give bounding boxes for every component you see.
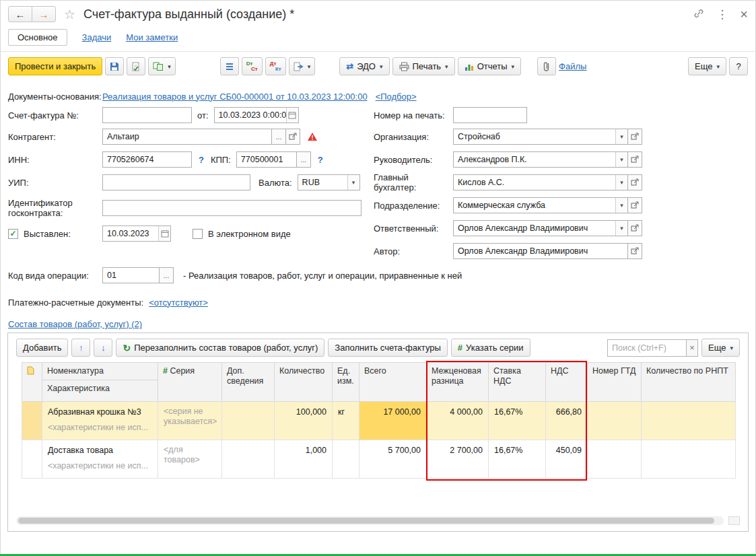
table-row[interactable]: Доставка товара <характеристики не исп..… [22, 440, 736, 479]
dr-cr-button[interactable]: DтCт [242, 57, 263, 75]
responsible-field[interactable]: Орлов Александр Владимирович ▾ [453, 220, 628, 236]
col-margin[interactable]: Межценовая разница [427, 363, 489, 402]
margin-cell[interactable]: 4 000,00 [427, 402, 489, 440]
gtd-cell[interactable] [588, 440, 642, 479]
vat-cell[interactable]: 450,09 [546, 440, 588, 479]
print-button[interactable]: Печать ▾ [392, 57, 455, 75]
calendar-icon[interactable] [286, 108, 298, 123]
back-button[interactable]: ← [8, 6, 32, 22]
department-field[interactable]: Коммерческая служба ▾ [453, 197, 628, 213]
extra-cell[interactable] [222, 440, 275, 479]
author-field[interactable]: Орлов Александр Владимирович [453, 243, 628, 259]
base-document-link[interactable]: Реализация товаров и услуг СБ00-000001 о… [102, 92, 368, 102]
issued-date-field[interactable]: 10.03.2023 [102, 225, 171, 242]
vat-cell[interactable]: 666,80 [546, 402, 588, 440]
row-indicator-cell[interactable] [22, 402, 42, 440]
margin-cell[interactable]: 2 700,00 [427, 440, 489, 479]
horizontal-scrollbar[interactable] [16, 516, 724, 525]
files-link[interactable]: Файлы [559, 61, 586, 71]
table-more-button[interactable]: Еще ▾ [701, 339, 740, 357]
chevron-down-icon[interactable]: ▾ [615, 175, 627, 190]
col-rnpt[interactable]: Количество по РНПТ [642, 363, 736, 402]
help-button[interactable]: ? [729, 57, 748, 75]
document-list-button[interactable] [220, 57, 239, 75]
inn-help-link[interactable]: ? [199, 155, 204, 165]
kpp-field[interactable] [236, 151, 297, 168]
col-gtd[interactable]: Номер ГТД [588, 363, 642, 402]
issued-checkbox[interactable]: ✓ [8, 229, 18, 239]
qty-cell[interactable]: 1,000 [275, 440, 333, 479]
print-number-field[interactable] [453, 107, 527, 123]
move-down-button[interactable]: ↓ [94, 339, 112, 357]
op-code-choose-button[interactable]: ... [159, 267, 174, 283]
kpp-help-link[interactable]: ? [318, 155, 323, 165]
counterparty-field[interactable]: Альтаир [102, 129, 272, 145]
extra-cell[interactable] [222, 402, 275, 440]
gov-contract-field[interactable] [102, 200, 362, 216]
fill-invoices-button[interactable]: Заполнить счета-фактуры [328, 339, 448, 357]
create-based-on-button[interactable]: ▾ [148, 57, 176, 75]
col-extra[interactable]: Доп. сведения [222, 363, 275, 402]
favorite-star-icon[interactable]: ☆ [64, 7, 75, 22]
post-and-close-button[interactable]: Провести и закрыть [8, 57, 102, 75]
accountant-field[interactable]: Кислов А.С. ▾ [453, 174, 628, 190]
organization-field[interactable]: Стройснаб ▾ [453, 129, 628, 145]
row-indicator-cell[interactable] [22, 440, 42, 479]
rnpt-cell[interactable] [642, 402, 736, 440]
col-qty[interactable]: Количество [275, 363, 333, 402]
vat-rate-cell[interactable]: 16,67% [489, 440, 546, 479]
attachments-button[interactable] [537, 57, 556, 75]
kpp-choose-button[interactable]: ... [296, 151, 311, 168]
payment-docs-link[interactable]: <отсутствуют> [149, 298, 208, 308]
chevron-down-icon[interactable]: ▾ [615, 152, 627, 167]
chevron-down-icon[interactable]: ▾ [615, 221, 627, 236]
qty-cell[interactable]: 100,000 [275, 402, 333, 440]
vat-rate-cell[interactable]: 16,67% [489, 402, 546, 440]
accountant-open-button[interactable] [627, 174, 642, 190]
rnpt-cell[interactable] [642, 440, 736, 479]
edo-button[interactable]: ⇄ ЭДО ▾ [339, 57, 389, 75]
inn-field[interactable] [102, 151, 192, 168]
save-button[interactable] [105, 57, 124, 75]
gtd-cell[interactable] [588, 402, 642, 440]
col-nomenclature[interactable]: Номенклатура [42, 363, 158, 380]
manager-field[interactable]: Александров П.К. ▾ [453, 151, 628, 168]
menu-icon[interactable]: ⋮ [716, 7, 728, 22]
post-document-button[interactable] [127, 57, 145, 75]
calendar-icon[interactable] [158, 226, 170, 241]
send-button[interactable]: ▾ [289, 57, 316, 75]
col-unit[interactable]: Ед. изм. [333, 363, 359, 402]
col-series[interactable]: # Серия [158, 363, 222, 402]
table-row[interactable]: Абразивная крошка №3 <характеристики не … [22, 402, 736, 440]
goods-composition-link[interactable]: Состав товаров (работ, услуг) (2) [8, 319, 142, 329]
responsible-open-button[interactable] [627, 220, 642, 236]
department-open-button[interactable] [627, 197, 642, 213]
total-cell[interactable]: 17 000,00 [359, 402, 427, 440]
currency-select[interactable]: RUB ▾ [298, 174, 360, 190]
organization-open-button[interactable] [627, 129, 642, 145]
total-cell[interactable]: 5 700,00 [359, 440, 427, 479]
electronic-checkbox[interactable] [193, 229, 203, 239]
unit-cell[interactable] [333, 440, 359, 479]
author-open-button[interactable] [627, 243, 642, 259]
op-code-field[interactable] [102, 267, 160, 283]
chevron-down-icon[interactable]: ▾ [615, 198, 627, 213]
uip-field[interactable] [102, 174, 250, 190]
invoice-date-field[interactable]: 10.03.2023 0:00:00 [214, 107, 299, 123]
series-cell[interactable]: <для товаров> [158, 440, 222, 479]
nomenclature-cell[interactable]: Абразивная крошка №3 <характеристики не … [42, 402, 158, 440]
reports-button[interactable]: Отчеты ▾ [458, 57, 521, 75]
unit-cell[interactable]: кг [333, 402, 359, 440]
scrollbar-thumb[interactable] [18, 518, 714, 524]
move-up-button[interactable]: ↑ [71, 339, 90, 357]
tab-main[interactable]: Основное [8, 29, 67, 46]
counterparty-choose-button[interactable]: ... [271, 129, 286, 145]
forward-button[interactable]: → [32, 6, 56, 22]
col-total[interactable]: Всего [359, 363, 427, 402]
chevron-down-icon[interactable]: ▾ [347, 175, 359, 190]
link-icon[interactable] [693, 8, 704, 21]
col-vat-rate[interactable]: Ставка НДС [489, 363, 546, 402]
dt-kt-button[interactable]: ДтКт [265, 57, 286, 75]
col-row-indicator[interactable] [22, 363, 42, 402]
refill-button[interactable]: ↻ Перезаполнить состав товаров (работ, у… [116, 339, 324, 357]
